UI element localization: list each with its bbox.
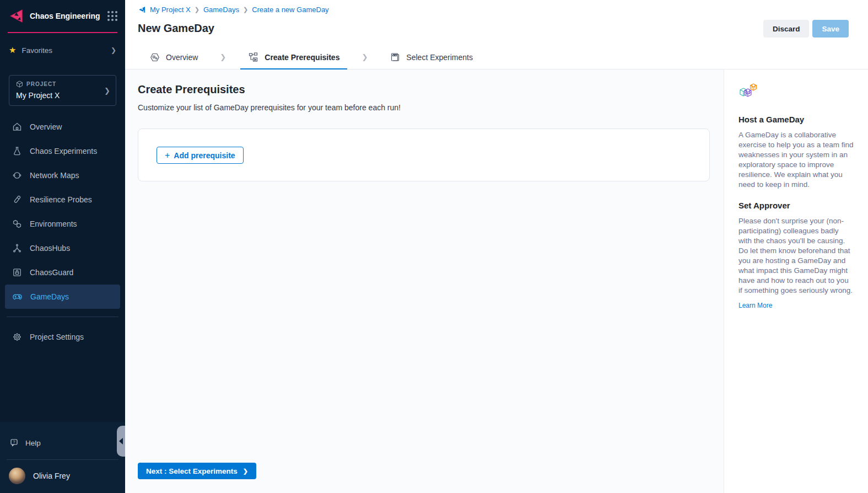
section-heading: Create Prerequisites — [138, 83, 245, 96]
sidebar-item-label: Environments — [30, 219, 77, 228]
sidebar-item-chaosguard[interactable]: ChaosGuard — [0, 260, 125, 285]
flask-icon — [12, 146, 22, 156]
discard-button[interactable]: Discard — [763, 20, 810, 37]
page-header: My Project X ❯ GameDays ❯ Create a new G… — [125, 0, 868, 45]
project-selector[interactable]: PROJECT My Project X ❯ — [9, 75, 116, 106]
help-label: Help — [25, 439, 41, 447]
sidebar-collapse-handle[interactable] — [117, 426, 125, 457]
gamepad-icon — [12, 292, 23, 302]
hub-icon — [12, 243, 22, 253]
tab-create-prerequisites[interactable]: Create Prerequisites — [240, 45, 347, 69]
chaos-engineering-logo-icon — [8, 8, 24, 24]
set-approver-text: Please don't surprise your (non-particip… — [738, 216, 854, 296]
chevron-right-icon: ❯ — [195, 6, 200, 13]
gear-icon — [12, 332, 22, 342]
sidebar-item-project-settings[interactable]: Project Settings — [0, 325, 125, 349]
environments-icon — [12, 219, 22, 229]
chevron-right-icon: ❯ — [104, 87, 110, 95]
sidebar-divider — [7, 317, 118, 317]
flowchart-icon — [248, 52, 259, 63]
next-button-label: Next : Select Experiments — [146, 467, 238, 475]
sidebar-item-label: ChaosGuard — [30, 268, 73, 277]
project-label: PROJECT — [26, 81, 56, 87]
tab-label: Overview — [166, 53, 198, 62]
sidebar-item-label: Chaos Experiments — [30, 147, 97, 156]
page-title: New GameDay — [138, 22, 214, 35]
tab-label: Select Experiments — [406, 53, 473, 62]
sidebar-item-environments[interactable]: Environments — [0, 212, 125, 236]
sidebar-header: Chaos Engineering — [0, 0, 125, 31]
tab-overview[interactable]: Overview — [142, 45, 206, 69]
learn-more-link[interactable]: Learn More — [738, 302, 772, 309]
project-name: My Project X — [16, 91, 109, 100]
stacked-list-icon — [390, 52, 401, 63]
sidebar-nav: Overview Chaos Experiments Network Maps … — [0, 115, 125, 309]
chevron-right-icon: ❯ — [243, 6, 248, 13]
tab-label: Create Prerequisites — [265, 53, 339, 62]
cube-icon — [16, 81, 23, 88]
sidebar-item-resilience-probes[interactable]: Resilience Probes — [0, 187, 125, 212]
hexagon-gears-icon — [149, 52, 160, 63]
set-approver-heading: Set Approver — [738, 201, 854, 210]
chevron-right-icon: ❯ — [111, 46, 116, 54]
star-icon: ★ — [9, 45, 16, 55]
favorites-label: Favorites — [21, 46, 105, 55]
sidebar-item-label: Network Maps — [30, 171, 79, 180]
chevron-left-icon — [119, 438, 123, 444]
sidebar-item-label: Resilience Probes — [30, 195, 92, 204]
left-sidebar: Chaos Engineering ★ Favorites ❯ PROJECT … — [0, 0, 125, 493]
avatar — [9, 468, 25, 484]
chevron-right-icon: ❯ — [243, 468, 248, 475]
sidebar-item-label: ChaosHubs — [30, 244, 70, 253]
add-prerequisite-button[interactable]: + Add prerequisite — [157, 147, 244, 164]
cubes-icon — [738, 83, 758, 101]
lock-icon — [12, 267, 22, 277]
header-actions: Discard Save — [763, 20, 849, 37]
favorites-row[interactable]: ★ Favorites ❯ — [0, 39, 125, 62]
brand-name: Chaos Engineering — [30, 12, 102, 20]
breadcrumb-link-gamedays[interactable]: GameDays — [203, 6, 239, 14]
sidebar-item-chaos-experiments[interactable]: Chaos Experiments — [0, 139, 125, 163]
probe-icon — [12, 195, 22, 205]
brand-divider — [8, 32, 117, 33]
section-subtitle: Customize your list of GameDay prerequis… — [138, 103, 401, 112]
prerequisites-card: + Add prerequisite — [138, 128, 710, 181]
project-crumb-icon — [138, 6, 146, 14]
help-panel: Host a GameDay A GameDay is a collaborat… — [724, 69, 868, 493]
sidebar-item-label: Overview — [30, 122, 62, 131]
plus-icon: + — [165, 151, 170, 160]
host-gameday-heading: Host a GameDay — [738, 115, 854, 124]
user-profile[interactable]: Olivia Frey — [0, 460, 125, 493]
sidebar-item-chaoshubs[interactable]: ChaosHubs — [0, 236, 125, 260]
breadcrumb-link-project[interactable]: My Project X — [150, 6, 191, 14]
app-switcher-icon[interactable] — [107, 11, 117, 21]
home-icon — [12, 122, 22, 132]
breadcrumb: My Project X ❯ GameDays ❯ Create a new G… — [138, 6, 329, 14]
breadcrumb-link-create[interactable]: Create a new GameDay — [252, 6, 328, 14]
network-map-icon — [12, 170, 22, 180]
chevron-right-icon: ❯ — [206, 53, 240, 61]
user-name: Olivia Frey — [33, 471, 70, 480]
add-prerequisite-label: Add prerequisite — [174, 151, 235, 160]
sidebar-item-label: GameDays — [30, 292, 69, 301]
host-gameday-text: A GameDay is a collaborative exercise to… — [738, 130, 854, 190]
svg-text:?: ? — [13, 440, 15, 444]
sidebar-item-gamedays[interactable]: GameDays — [5, 285, 120, 309]
chaos-engineering-app: Chaos Engineering ★ Favorites ❯ PROJECT … — [0, 0, 868, 493]
sidebar-bottom: ? Help Olivia Frey — [0, 422, 125, 493]
sidebar-item-label: Project Settings — [30, 333, 84, 341]
next-select-experiments-button[interactable]: Next : Select Experiments ❯ — [138, 463, 256, 479]
sidebar-item-overview[interactable]: Overview — [0, 115, 125, 139]
tab-select-experiments[interactable]: Select Experiments — [382, 45, 481, 69]
wizard-tabbar: Overview ❯ Create Prerequisites ❯ Select… — [125, 45, 868, 69]
chevron-right-icon: ❯ — [347, 53, 382, 61]
help-chat-icon: ? — [10, 438, 19, 447]
sidebar-item-network-maps[interactable]: Network Maps — [0, 163, 125, 187]
main-content: Create Prerequisites Customize your list… — [125, 69, 724, 493]
help-button[interactable]: ? Help — [0, 432, 125, 454]
save-button[interactable]: Save — [812, 20, 849, 37]
